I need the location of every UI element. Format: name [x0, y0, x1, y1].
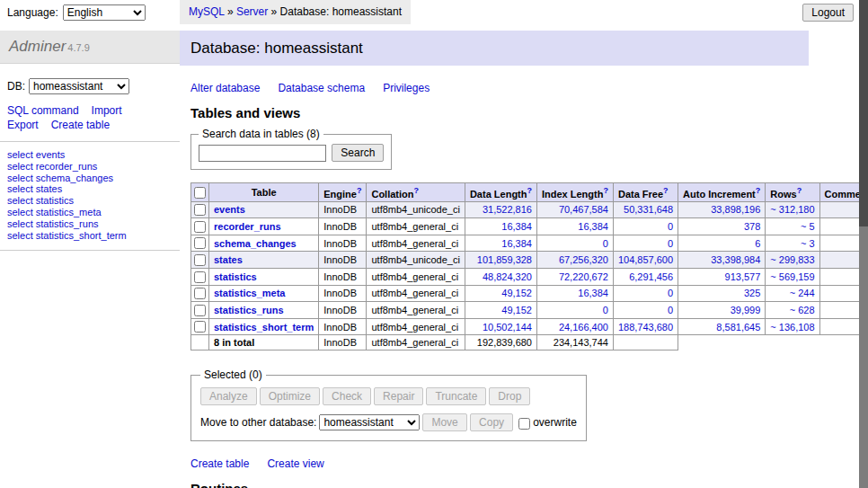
index-length-link[interactable]: 67,256,320	[559, 254, 608, 265]
create-link-create-table[interactable]: Create table	[190, 457, 249, 470]
table-name-link[interactable]: statistics	[214, 271, 257, 282]
rows-estimate-link[interactable]: ~ 5	[801, 221, 815, 232]
help-icon[interactable]: ?	[603, 186, 608, 195]
data-free-link[interactable]: 188,743,680	[618, 322, 673, 333]
data-length-link[interactable]: 16,384	[501, 238, 532, 249]
rows-estimate-link[interactable]: ~ 136,108	[770, 322, 814, 333]
table-structure-link-events[interactable]: events	[36, 149, 65, 160]
select-data-link[interactable]: select	[7, 230, 33, 241]
rows-estimate-link[interactable]: ~ 312,180	[770, 204, 814, 215]
row-checkbox[interactable]	[194, 237, 206, 249]
index-length-link[interactable]: 16,384	[578, 221, 608, 232]
rows-estimate-link[interactable]: ~ 628	[790, 305, 815, 315]
table-name-link[interactable]: recorder_runs	[214, 221, 281, 232]
data-free-link[interactable]: 104,857,600	[618, 254, 673, 265]
select-all-checkbox[interactable]	[194, 187, 206, 199]
help-icon[interactable]: ?	[527, 186, 532, 195]
row-checkbox[interactable]	[194, 288, 206, 299]
data-length-link[interactable]: 10,502,144	[483, 322, 532, 333]
drop-button[interactable]: Drop	[489, 387, 530, 405]
data-free-link[interactable]: 50,331,648	[624, 204, 673, 215]
move-button[interactable]: Move	[422, 413, 466, 431]
select-data-link[interactable]: select	[7, 161, 33, 172]
data-free-link[interactable]: 0	[668, 305, 673, 315]
select-data-link[interactable]: select	[7, 218, 33, 229]
search-input[interactable]	[199, 145, 326, 162]
move-db-select[interactable]: homeassistant	[319, 414, 420, 430]
language-select[interactable]: English	[63, 4, 146, 21]
auto-increment-link[interactable]: 6	[755, 238, 760, 249]
search-button[interactable]: Search	[332, 144, 384, 162]
auto-increment-link[interactable]: 378	[744, 221, 760, 232]
data-length-link[interactable]: 49,152	[501, 288, 532, 298]
sidebar-action-import[interactable]: Import	[92, 104, 122, 117]
select-data-link[interactable]: select	[7, 207, 33, 217]
row-checkbox[interactable]	[194, 254, 206, 266]
sidebar-action-export[interactable]: Export	[7, 119, 39, 131]
table-structure-link-statistics[interactable]: statistics	[36, 195, 74, 206]
data-free-link[interactable]: 0	[668, 238, 673, 249]
table-structure-link-schema-changes[interactable]: schema_changes	[36, 173, 113, 183]
table-structure-link-statistics-short-term[interactable]: statistics_short_term	[36, 230, 127, 241]
table-name-link[interactable]: states	[214, 254, 243, 265]
breadcrumb-link-server[interactable]: Server	[236, 5, 268, 18]
row-checkbox[interactable]	[194, 321, 206, 333]
help-icon[interactable]: ?	[663, 186, 669, 195]
auto-increment-link[interactable]: 913,577	[725, 271, 761, 282]
data-length-link[interactable]: 49,152	[501, 305, 532, 315]
data-length-link[interactable]: 101,859,328	[477, 254, 532, 265]
index-length-link[interactable]: 24,166,400	[559, 322, 608, 333]
rows-estimate-link[interactable]: ~ 299,833	[770, 254, 814, 265]
table-structure-link-recorder-runs[interactable]: recorder_runs	[36, 161, 97, 172]
data-free-link[interactable]: 6,291,456	[629, 271, 673, 282]
auto-increment-link[interactable]: 39,999	[731, 305, 761, 315]
analyze-button[interactable]: Analyze	[200, 387, 257, 405]
row-checkbox[interactable]	[194, 305, 206, 316]
database-nav-link-privileges[interactable]: Privileges	[383, 82, 430, 94]
table-name-link[interactable]: schema_changes	[214, 238, 297, 249]
table-structure-link-statistics-meta[interactable]: statistics_meta	[36, 207, 102, 217]
database-nav-link-alter-database[interactable]: Alter database	[190, 82, 260, 94]
rows-estimate-link[interactable]: ~ 3	[801, 238, 815, 249]
optimize-button[interactable]: Optimize	[260, 387, 320, 405]
data-length-link[interactable]: 16,384	[501, 221, 532, 232]
help-icon[interactable]: ?	[797, 186, 802, 195]
select-data-link[interactable]: select	[7, 183, 33, 194]
table-structure-link-statistics-runs[interactable]: statistics_runs	[36, 218, 99, 229]
auto-increment-link[interactable]: 33,898,196	[711, 204, 760, 215]
rows-estimate-link[interactable]: ~ 244	[790, 288, 815, 298]
auto-increment-link[interactable]: 33,398,984	[711, 254, 760, 265]
help-icon[interactable]: ?	[414, 186, 420, 195]
index-length-link[interactable]: 70,467,584	[559, 204, 608, 215]
create-link-create-view[interactable]: Create view	[267, 457, 323, 470]
data-length-link[interactable]: 31,522,816	[483, 204, 532, 215]
repair-button[interactable]: Repair	[374, 387, 423, 405]
sidebar-action-create-table[interactable]: Create table	[51, 119, 110, 131]
data-length-link[interactable]: 48,824,320	[483, 271, 532, 282]
scrollbar-thumb[interactable]	[859, 0, 868, 226]
help-icon[interactable]: ?	[357, 186, 362, 195]
auto-increment-link[interactable]: 8,581,645	[716, 322, 760, 333]
overwrite-checkbox[interactable]	[518, 418, 530, 430]
sidebar-action-sql-command[interactable]: SQL command	[7, 104, 79, 117]
select-data-link[interactable]: select	[7, 149, 33, 160]
index-length-link[interactable]: 0	[603, 305, 608, 315]
index-length-link[interactable]: 72,220,672	[559, 271, 608, 282]
row-checkbox[interactable]	[194, 221, 206, 233]
index-length-link[interactable]: 16,384	[578, 288, 608, 298]
logout-button[interactable]: Logout	[802, 4, 854, 22]
breadcrumb-link-mysql[interactable]: MySQL	[189, 5, 225, 18]
copy-button[interactable]: Copy	[470, 413, 513, 431]
row-checkbox[interactable]	[194, 204, 206, 216]
table-name-link[interactable]: events	[214, 204, 245, 215]
auto-increment-link[interactable]: 325	[744, 288, 760, 298]
database-nav-link-database-schema[interactable]: Database schema	[278, 82, 365, 94]
db-select[interactable]: homeassistant	[29, 78, 129, 94]
table-name-link[interactable]: statistics_runs	[214, 305, 284, 315]
data-free-link[interactable]: 0	[668, 221, 673, 232]
check-button[interactable]: Check	[323, 387, 371, 405]
select-data-link[interactable]: select	[7, 195, 33, 206]
select-data-link[interactable]: select	[7, 173, 33, 183]
help-icon[interactable]: ?	[756, 186, 761, 195]
rows-estimate-link[interactable]: ~ 569,159	[770, 271, 814, 282]
